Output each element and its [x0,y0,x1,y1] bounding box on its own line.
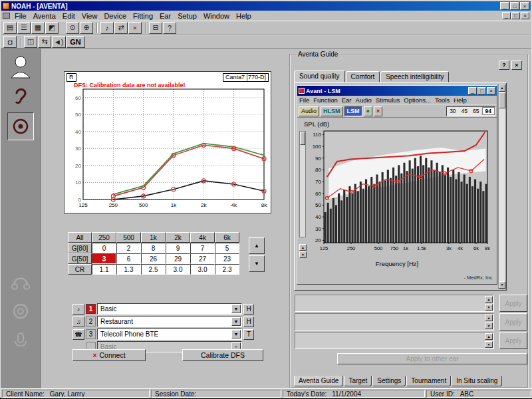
adjustment-row-2[interactable]: ▲▼ [295,313,494,331]
close-button[interactable]: × [520,2,529,10]
maximize-button[interactable]: □ [477,87,486,94]
gain-cell[interactable]: 8 [141,243,166,253]
gn-button[interactable]: GN [66,36,85,48]
stop-measure-button[interactable]: × [374,106,382,116]
gain-cell[interactable]: 2.5 [141,264,166,275]
sidebar-client-button[interactable] [7,53,34,80]
lsm-menu-help[interactable]: Help [452,96,469,104]
gain-cell[interactable]: 7 [190,243,215,253]
menu-item-setup[interactable]: Setup [174,12,200,20]
apply-button-2[interactable]: Apply [499,313,527,331]
guide-scrollbar[interactable]: ▲ ▼ [498,84,506,289]
program-type-icon[interactable]: ☎ [72,329,84,340]
level-45[interactable]: 45 [459,108,470,114]
gain-cell[interactable]: 29 [166,253,190,264]
menu-item-fitting[interactable]: Fitting [130,12,156,20]
guide-help-button[interactable]: ? [499,61,509,70]
lsm-button[interactable]: LSM [344,106,362,116]
gain-cell[interactable]: 9 [166,243,190,253]
gain-cell[interactable]: 0 [92,243,116,253]
save-icon[interactable]: ◘ [3,36,17,48]
measure-icon[interactable]: ⊕ [80,22,93,34]
tab-speech-intelligibility[interactable]: Speech intelligibility [380,71,449,82]
lsm-menu-tools[interactable]: Tools [433,96,452,104]
gain-table-col-250[interactable]: 250 [92,232,116,243]
gain-cell[interactable]: 3 [92,253,116,264]
lsm-menu-ear[interactable]: Ear [340,96,354,104]
lsm-menu-stimulus[interactable]: Stimulus [374,96,402,104]
program-type-icon[interactable]: ♪ [72,304,84,315]
menu-item-help[interactable]: Help [233,12,255,20]
start-measure-button[interactable]: ● [364,106,372,116]
help-icon[interactable]: ? [163,22,176,34]
scroll-up-icon[interactable]: ▲ [485,315,493,321]
lsm-menu-file[interactable]: File [297,96,311,104]
gain-table-col-6k[interactable]: 6k [215,232,239,243]
gain-cell[interactable]: 3.0 [166,264,190,275]
tab-comfort[interactable]: Comfort [346,71,380,82]
lsm-menu-options[interactable]: Options... [402,96,433,104]
maximize-button[interactable]: □ [511,12,520,19]
tab-tournament[interactable]: Tournament [406,376,451,386]
program-mode-button[interactable]: H [243,304,254,315]
calibrate-dfs-button[interactable]: Calibrate DFS [182,349,263,361]
gain-cell[interactable]: 6 [116,253,141,264]
title-bar[interactable]: NOAH - [AVENTA] _□× [1,1,531,11]
minimize-button[interactable]: _ [468,87,477,94]
lsm-menu-function[interactable]: Function [311,96,339,104]
tab-sound-quality[interactable]: Sound quality [294,70,345,82]
gain-cell[interactable]: 1.1 [92,264,116,275]
scroll-down-icon[interactable]: ▼ [485,323,493,329]
scroll-down-icon[interactable]: ▼ [485,341,493,348]
gain-table-col-2k[interactable]: 2k [166,232,190,243]
tab-aventa-guide[interactable]: Aventa Guide [294,376,343,386]
child-window-icon[interactable] [3,13,10,19]
lsm-title-bar[interactable]: Avant - LSM _□× [297,86,497,96]
scroll-up-icon[interactable]: ▲ [485,333,493,340]
client-list-icon[interactable]: ☰ [17,22,31,34]
row-scrollbar[interactable]: ▲▼ [485,296,493,311]
print-icon[interactable]: ⊟ [149,22,162,34]
tab-settings[interactable]: Settings [372,376,406,386]
lsm-scroll-up-icon[interactable]: ▲ [299,244,307,251]
minimize-button[interactable]: _ [502,12,511,19]
dropdown-arrow-icon[interactable]: ▼ [231,317,241,326]
journal-icon[interactable]: ▦ [31,22,45,34]
minimize-button[interactable]: _ [500,2,509,10]
program-select-3[interactable]: Telecoil Phone BTE▼ [97,329,242,340]
guide-close-button[interactable]: × [511,61,522,70]
lsm-scroll-down-icon[interactable]: ▼ [299,251,307,258]
level-94[interactable]: 94 [482,107,495,115]
gain-cell[interactable]: 27 [190,253,215,264]
gain-table-col-500[interactable]: 500 [116,232,141,243]
gain-cell[interactable]: 2.3 [215,264,239,275]
gain-table-col-1k[interactable]: 1k [141,232,166,243]
open-client-icon[interactable]: ▤ [3,22,17,34]
menu-item-window[interactable]: Window [200,12,233,20]
gain-cell[interactable]: 1.3 [116,264,141,275]
scroll-down-icon[interactable]: ▼ [485,304,493,311]
menu-item-ear[interactable]: Ear [156,12,174,20]
menu-item-edit[interactable]: Edit [59,12,78,20]
dropdown-arrow-icon[interactable]: ▼ [231,305,241,313]
gain-table-col-4k[interactable]: 4k [190,232,215,243]
sidebar-audiogram-button[interactable] [7,83,34,111]
row-header-G50[interactable]: G[50] [68,253,92,264]
program-mode-button[interactable]: H [243,317,254,327]
scrollbar-thumb[interactable] [300,132,305,145]
zoom-icon[interactable]: ⊙ [66,22,79,34]
row-header-G80[interactable]: G[80] [68,243,92,253]
program-type-icon[interactable]: ♫ [72,317,84,327]
tab-target[interactable]: Target [344,376,372,386]
transfer-icon[interactable]: ⇄ [114,22,128,34]
tab-in-situ-scaling[interactable]: In Situ scaling [452,376,502,386]
scroll-up-icon[interactable]: ▲ [499,84,505,92]
lsm-vertical-scrollbar[interactable] [299,131,306,237]
gain-down-button[interactable]: ▼ [249,255,265,272]
gain-table-all-button[interactable]: All [68,232,92,243]
gain-cell[interactable]: 2 [116,243,141,253]
audio-button[interactable]: Audio [299,106,319,116]
close-button[interactable]: × [487,87,495,94]
apply-to-other-ear-button[interactable]: Apply to other ear [337,353,527,364]
lsm-menu-audio[interactable]: Audio [354,96,374,104]
